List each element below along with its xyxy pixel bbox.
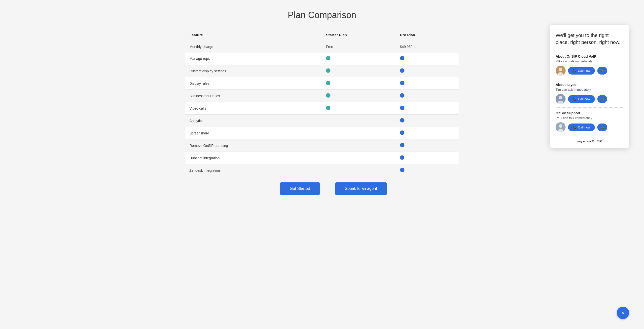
check-dot	[400, 168, 404, 172]
pro-cell	[396, 164, 458, 177]
video-icon: 📹	[600, 126, 604, 129]
avatar	[556, 66, 566, 76]
sayso-branding: sayso by OnSIP	[556, 139, 623, 143]
avatar	[556, 94, 566, 104]
main-content: Plan Comparison Feature Starter Plan Pro…	[186, 10, 458, 319]
speak-to-agent-button[interactable]: Speak to an agent	[335, 182, 387, 195]
page-title: Plan Comparison	[186, 10, 458, 20]
feature-cell: Remove OnSIP branding	[186, 139, 322, 152]
call-now-button[interactable]: 📞 Call now	[568, 95, 595, 103]
agent-topic: About sayso	[556, 83, 623, 87]
check-dot	[326, 106, 330, 110]
agent-section: About OnSIP Cloud VoIPMike can talk imme…	[556, 51, 623, 76]
feature-cell: Screenshare	[186, 127, 322, 139]
pro-cell	[396, 152, 458, 164]
video-call-button[interactable]: 📹	[597, 124, 607, 131]
check-dot	[400, 93, 404, 98]
starter-cell	[322, 53, 396, 65]
feature-cell: Display rules	[186, 77, 322, 90]
starter-cell	[322, 152, 396, 164]
starter-cell	[322, 90, 396, 102]
agent-row: 📞 Call now📹	[556, 66, 623, 76]
col-feature: Feature	[186, 30, 322, 41]
starter-cell	[322, 77, 396, 90]
check-dot	[326, 93, 330, 98]
table-row: Custom display settings	[186, 65, 458, 77]
agent-topic: About OnSIP Cloud VoIP	[556, 55, 623, 58]
video-call-button[interactable]: 📹	[597, 95, 607, 103]
close-icon: ×	[622, 310, 625, 316]
feature-cell: Monthly charge	[186, 41, 322, 53]
check-dot	[400, 56, 404, 60]
check-dot	[400, 143, 404, 147]
feature-cell: Analytics	[186, 115, 322, 127]
action-row: Get Started Speak to an agent	[186, 182, 458, 195]
phone-icon: 📞	[572, 126, 576, 129]
check-dot	[326, 81, 330, 85]
video-icon: 📹	[600, 97, 604, 101]
table-row: Monthly chargeFree$49.95/mo	[186, 41, 458, 53]
starter-cell	[322, 139, 396, 152]
phone-icon: 📞	[572, 69, 576, 73]
call-now-button[interactable]: 📞 Call now	[568, 124, 595, 131]
svg-point-1	[559, 68, 562, 71]
feature-cell: Business hour rules	[186, 90, 322, 102]
check-dot	[400, 106, 404, 110]
video-icon: 📹	[600, 69, 604, 73]
feature-cell: Hubspot integration	[186, 152, 322, 164]
agent-section: OnSIP SupportPaul can talk immediately 📞…	[556, 107, 623, 132]
get-started-button[interactable]: Get Started	[280, 182, 320, 195]
table-row: Zendesk integration	[186, 164, 458, 177]
pro-cell	[396, 115, 458, 127]
phone-icon: 📞	[572, 97, 576, 101]
agent-availability: Paul can talk immediately	[556, 116, 623, 120]
video-call-button[interactable]: 📹	[597, 67, 607, 75]
feature-cell: Manage reps	[186, 53, 322, 65]
check-dot	[326, 56, 330, 60]
table-row: Hubspot integration	[186, 152, 458, 164]
starter-cell	[322, 127, 396, 139]
feature-cell: Custom display settings	[186, 65, 322, 77]
pro-cell	[396, 77, 458, 90]
agent-topic: OnSIP Support	[556, 111, 623, 115]
starter-cell	[322, 164, 396, 177]
agent-row: 📞 Call now📹	[556, 122, 623, 132]
sayso-widget: We'll get you to the right place, right …	[550, 25, 629, 148]
table-row: Video calls	[186, 102, 458, 115]
check-dot	[326, 68, 330, 73]
check-dot	[400, 81, 404, 85]
check-dot	[400, 118, 404, 123]
starter-cell	[322, 65, 396, 77]
starter-cell	[322, 115, 396, 127]
pro-cell	[396, 65, 458, 77]
call-now-button[interactable]: 📞 Call now	[568, 67, 595, 75]
table-row: Analytics	[186, 115, 458, 127]
pro-cell: $49.95/mo	[396, 41, 458, 53]
check-dot	[400, 130, 404, 135]
agent-availability: Tim can talk immediately	[556, 88, 623, 91]
table-row: Display rules	[186, 77, 458, 90]
agent-section: About saysoTim can talk immediately 📞 Ca…	[556, 79, 623, 104]
close-button[interactable]: ×	[617, 307, 629, 319]
svg-point-4	[559, 96, 562, 99]
check-dot	[400, 155, 404, 160]
col-pro: Pro Plan	[396, 30, 458, 41]
pro-cell	[396, 139, 458, 152]
table-row: Remove OnSIP branding	[186, 139, 458, 152]
table-row: Manage reps	[186, 53, 458, 65]
table-row: Screenshare	[186, 127, 458, 139]
pro-cell	[396, 127, 458, 139]
col-starter: Starter Plan	[322, 30, 396, 41]
table-row: Business hour rules	[186, 90, 458, 102]
svg-point-7	[559, 124, 562, 128]
pro-cell	[396, 53, 458, 65]
feature-cell: Zendesk integration	[186, 164, 322, 177]
sayso-tagline: We'll get you to the right place, right …	[556, 32, 623, 46]
starter-cell	[322, 102, 396, 115]
feature-cell: Video calls	[186, 102, 322, 115]
check-dot	[400, 68, 404, 73]
pro-cell	[396, 102, 458, 115]
starter-cell: Free	[322, 41, 396, 53]
avatar	[556, 122, 566, 132]
comparison-table: Feature Starter Plan Pro Plan Monthly ch…	[186, 30, 458, 176]
